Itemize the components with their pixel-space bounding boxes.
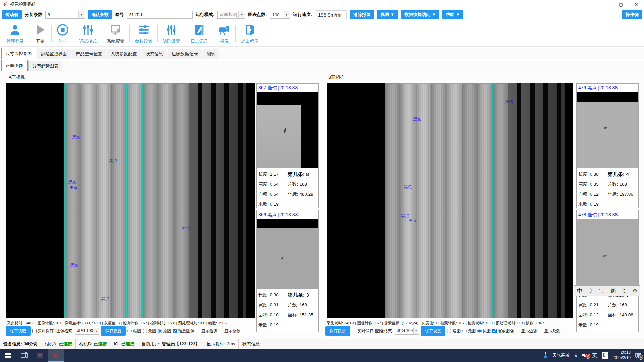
vision-app-taskbar-button[interactable]: [48, 349, 64, 362]
defect-stat-row: 面积: 0.12坐标: 143.08: [578, 312, 638, 322]
defect-stat-row: 米数: 0.19: [258, 322, 318, 332]
drive-side-button[interactable]: 传动侧: [2, 10, 22, 19]
sub-tab-0[interactable]: 正面图像: [1, 60, 28, 71]
ime-punctuation-icon[interactable]: °，: [598, 288, 606, 294]
bright-image-radio[interactable]: 亮图: [462, 328, 476, 334]
original-image-radio[interactable]: 原图: [158, 328, 171, 334]
main-tab-3[interactable]: 系统参数配置: [107, 49, 141, 59]
ime-mode-chinese[interactable]: 中: [577, 288, 583, 294]
notification-center-button[interactable]: 6: [635, 353, 641, 358]
ime-mode-indicator[interactable]: 拼: [602, 352, 608, 359]
close-button[interactable]: ✕: [629, 0, 644, 9]
chevron-down-icon[interactable]: ▼: [78, 11, 84, 18]
thermometer-icon[interactable]: [543, 352, 548, 359]
toolbar-param-sliders[interactable]: 参数设置: [130, 21, 157, 46]
main-tab-2[interactable]: 产品型号配置: [72, 49, 106, 59]
toolbar-play[interactable]: 开始: [29, 21, 51, 46]
show-edge-checkbox[interactable]: 显示边缘: [196, 328, 217, 334]
show-strips-checkbox[interactable]: 显示条数: [219, 328, 240, 334]
main-tab-6[interactable]: 测试: [203, 49, 219, 59]
pinned-app-button[interactable]: [32, 349, 48, 362]
main-tab-1[interactable]: 缺陷监控界面: [37, 49, 71, 59]
chevron-down-icon[interactable]: ▼: [284, 11, 289, 18]
slit-count-combobox[interactable]: 8 ▼: [45, 11, 85, 19]
toolbar-debug-sliders[interactable]: 调试模式: [74, 21, 102, 46]
zoom-image-checkbox[interactable]: 缩放图像: [492, 328, 514, 334]
chevron-down-icon[interactable]: ▼: [238, 11, 244, 18]
strip-zone: [64, 83, 189, 318]
camera-b-conn-status: 已连接: [94, 341, 107, 347]
toolbar-defect-sliders[interactable]: 缺陷设置: [158, 21, 185, 46]
dim-strip-zone: [189, 83, 246, 318]
help-menu-button[interactable]: 帮助 ▼: [442, 10, 463, 19]
realtime-save-checkbox[interactable]: 实时保存: [32, 328, 54, 334]
task-view-button[interactable]: [16, 349, 32, 362]
image-format-combobox[interactable]: JPG 100∨: [395, 327, 419, 335]
save-settings-button[interactable]: 保存设置: [421, 326, 445, 336]
taskbar-clock[interactable]: 20:13 2025/2/10: [613, 350, 631, 360]
strip-cell: [158, 83, 173, 318]
save-snapshot-button[interactable]: 保存快照: [325, 326, 350, 336]
quick-data-menu-button[interactable]: 数据快捷访问 ▼: [401, 10, 439, 19]
minimize-button[interactable]: —: [598, 0, 613, 9]
defect-header: 367 挫伤 |20:13:38: [257, 84, 318, 92]
operator-side-button[interactable]: 操作侧: [622, 10, 642, 19]
tray-overflow-chevron[interactable]: ∧: [574, 353, 578, 358]
bright-image-radio[interactable]: 亮图: [143, 328, 156, 334]
show-edge-checkbox[interactable]: 显示边缘: [516, 328, 537, 334]
clear-alarm-button[interactable]: 清除报警: [350, 10, 374, 19]
toolbar-system-config[interactable]: 系统配置: [102, 21, 129, 46]
speaker-muted-icon[interactable]: ✕: [582, 353, 588, 358]
toolbar-video-camera[interactable]: 摄像: [213, 21, 235, 46]
sub-tabstrip: 正面图像分布趋势图表: [0, 61, 644, 71]
defect-stat-row: 宽度: 0.21片数: 168: [578, 302, 638, 312]
toolbar-user[interactable]: 管理登录: [1, 21, 29, 46]
ime-fullwidth-icon[interactable]: ☽: [588, 288, 593, 294]
toolbar-log-book[interactable]: 日志记录: [185, 21, 213, 46]
ime-emoji-icon[interactable]: ☺: [622, 288, 627, 294]
realtime-save-checkbox[interactable]: 实时保存: [352, 328, 373, 334]
maximize-button[interactable]: ▢: [613, 0, 629, 9]
dark-image-radio[interactable]: 暗图: [447, 328, 461, 334]
weather-text[interactable]: 天气寒冷: [552, 352, 570, 358]
toolbar-stop[interactable]: 停止: [52, 21, 74, 46]
defect-panel: 367 挫伤 |20:13:38长度: 2.17第几条: 8宽度: 0.54片数…: [256, 83, 319, 208]
stat-right: 片数: 168: [288, 181, 307, 191]
zoom-image-checkbox[interactable]: 缩放图像: [173, 328, 194, 334]
run-mode-combobox[interactable]: 双面检测 ▼: [217, 11, 245, 19]
stat-right: 第几条: 8: [288, 171, 309, 181]
video-camera-icon: [218, 24, 230, 37]
chart-points-combobox[interactable]: 100 ▼: [270, 11, 290, 19]
view-menu-button[interactable]: 视图 ▼: [377, 10, 398, 19]
ime-simplified-icon[interactable]: 简: [611, 288, 616, 294]
toolbar-item-label: 系统配置: [107, 38, 124, 44]
main-tab-0[interactable]: 尺寸监控界面: [1, 48, 36, 59]
stop-icon: [57, 24, 69, 37]
save-settings-button[interactable]: 保存设置: [101, 326, 126, 336]
chevron-down-icon[interactable]: ∨: [94, 328, 99, 334]
strip-cell: [127, 83, 142, 318]
defect-stats: 长度: 2.17第几条: 8宽度: 0.54片数: 168面积: 0.64坐标:…: [257, 168, 318, 212]
stat-right: 片数: 168: [608, 302, 627, 312]
roll-number-input[interactable]: [127, 11, 193, 19]
camera-b-conn-label: 相机B:: [79, 341, 92, 347]
start-button[interactable]: [0, 349, 16, 362]
dark-image-radio[interactable]: 暗图: [127, 328, 141, 334]
original-image-radio[interactable]: 原图: [477, 328, 491, 334]
save-snapshot-button[interactable]: 保存快照: [6, 326, 31, 336]
main-tab-4[interactable]: 状态信息: [142, 49, 167, 59]
confirm-count-button[interactable]: 确认条数: [88, 10, 112, 19]
show-strips-checkbox[interactable]: 显示条数: [539, 328, 560, 334]
camera-b-group: B面相机 挫伤黑点黑点黑点黑点 479 黑点 |20:13:38长度: 0.38…: [324, 77, 640, 335]
toolbar-exit[interactable]: 退出程序: [236, 21, 263, 46]
top-control-bar: 传动侧 分切条数 8 ▼ 确认条数 卷号 运行模式: 双面检测 ▼ 图表点数: …: [0, 9, 644, 21]
sub-tab-1[interactable]: 分布趋势图表: [28, 61, 62, 71]
chevron-down-icon[interactable]: ∨: [413, 328, 418, 334]
main-tab-5[interactable]: 边缘数据记录: [168, 49, 202, 59]
language-indicator[interactable]: 英: [592, 352, 597, 359]
system-tray: 天气寒冷 ∧ ✕ 英 拼 20:13 2025/2/10 6: [543, 350, 644, 360]
ime-settings-icon[interactable]: ⚙: [632, 288, 637, 294]
defect-header: 479 黑点 |20:13:38: [577, 84, 638, 92]
defect-overlay-label: 黑点: [72, 134, 80, 140]
image-format-combobox[interactable]: JPG 100∨: [75, 327, 99, 335]
